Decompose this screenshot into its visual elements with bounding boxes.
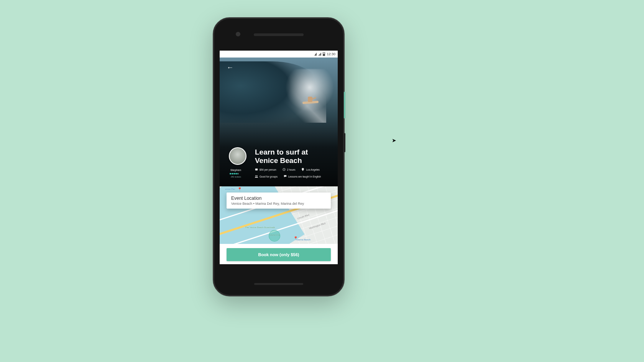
back-button[interactable]: ← xyxy=(227,64,233,72)
chat-icon xyxy=(284,175,287,178)
hero-image xyxy=(220,61,326,123)
signal-icon xyxy=(318,53,321,56)
surfer-illustration xyxy=(305,95,315,104)
price-icon xyxy=(255,168,258,171)
mouse-cursor: ➤ xyxy=(392,137,396,143)
pin-icon xyxy=(301,168,304,171)
map-label: Marina Beach xyxy=(296,239,310,241)
wifi-icon xyxy=(314,53,317,56)
map-location-pulse xyxy=(269,230,280,242)
listing-title: Learn to surf at Venice Beach xyxy=(255,148,332,165)
hero-section: ← Stephen 246 reviews Learn to surf at V… xyxy=(220,58,338,186)
footer-bar: Book now (only $56) xyxy=(220,244,338,264)
status-time: 12:30 xyxy=(327,52,335,56)
host-rating xyxy=(230,173,239,174)
volume-button xyxy=(344,133,345,152)
meta-duration: 2 hours xyxy=(283,168,296,171)
front-camera xyxy=(236,32,240,36)
phone-device-frame: 12:30 ← Stephen 246 reviews Learn to sur… xyxy=(213,17,345,296)
book-now-button[interactable]: Book now (only $56) xyxy=(227,248,331,261)
host-name: Stephen xyxy=(230,169,241,171)
power-button xyxy=(344,92,345,118)
map-section[interactable]: onica Pier 📍 The Venice Beach Boardwalk … xyxy=(220,186,338,244)
battery-icon xyxy=(323,52,325,56)
location-card-title: Event Location xyxy=(231,196,326,201)
map-pin-icon: 📍 xyxy=(237,187,242,191)
meta-language: Lessons are taught in English xyxy=(284,175,321,178)
status-bar: 12:30 xyxy=(220,51,338,58)
map-pin-icon: 📍 xyxy=(293,236,298,240)
meta-location: Los Angeles xyxy=(301,168,319,171)
meta-price: $56 per person xyxy=(255,168,276,171)
svg-rect-0 xyxy=(255,169,258,171)
clock-icon xyxy=(283,168,286,171)
speaker-grill xyxy=(254,33,304,36)
phone-screen: 12:30 ← Stephen 246 reviews Learn to sur… xyxy=(220,51,338,264)
host-avatar[interactable] xyxy=(229,147,246,165)
bottom-speaker xyxy=(254,283,303,285)
svg-point-2 xyxy=(255,175,256,176)
map-label: onica Pier xyxy=(225,188,235,190)
map-label: The Venice Beach Boardwalk xyxy=(245,226,275,229)
svg-point-3 xyxy=(256,175,257,176)
group-icon xyxy=(255,175,258,178)
location-card[interactable]: Event Location Venice Beach • Marina Del… xyxy=(227,193,331,209)
location-card-subtitle: Venice Beach • Marina Del Rey, Marina de… xyxy=(231,202,326,206)
listing-meta: $56 per person 2 hours Los Angeles Good … xyxy=(255,168,334,178)
reviews-count: 246 reviews xyxy=(231,176,241,178)
meta-group: Good for groups xyxy=(255,175,278,178)
